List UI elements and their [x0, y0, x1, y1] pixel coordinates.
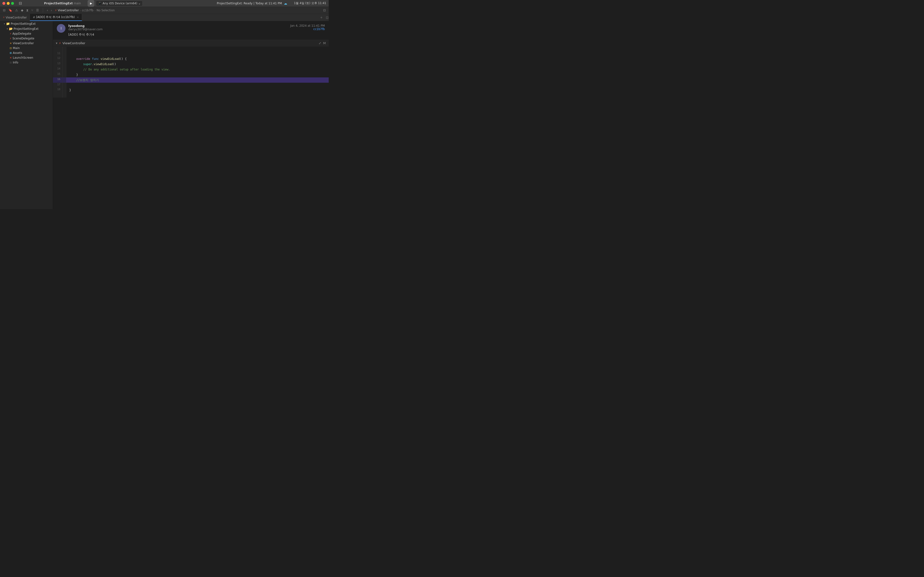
line-number: [53, 47, 63, 52]
sidebar-item-appdelegate[interactable]: ⚡ AppDelegate: [0, 31, 53, 36]
inspector-icon[interactable]: ⊡: [322, 8, 327, 13]
diff-header-actions: ⤢ M: [318, 41, 326, 45]
sidebar-item-viewcontroller[interactable]: ✕ ViewController: [0, 41, 53, 46]
code-line-added: 16 //브랜치 망치기: [53, 77, 329, 83]
line-content: }: [66, 87, 329, 93]
breakpoint-icon[interactable]: ◆: [20, 8, 24, 13]
line-gutter: [63, 72, 66, 77]
sidebar-item-label: Main: [13, 47, 20, 50]
search-icon[interactable]: ☰: [35, 8, 40, 13]
line-content: }: [66, 72, 329, 77]
titlebar: ⊟ ProjectSettingExt main ▶ 📱 Any iOS Dev…: [0, 0, 329, 7]
line-content: override func viewDidLoad() {: [66, 56, 329, 61]
sidebar-item-info[interactable]: ⊟ Info: [0, 60, 53, 65]
expand-icon[interactable]: ⤢: [318, 41, 321, 45]
git-icon[interactable]: ⑂: [30, 8, 34, 13]
code-line: 14 // Do any additional setup after load…: [53, 67, 329, 72]
run-button[interactable]: ▶: [87, 0, 94, 7]
chevron-down-icon: ▾: [4, 23, 5, 25]
sidebar-item-label: ViewController: [13, 42, 34, 45]
info-icon: ⊟: [10, 61, 12, 64]
code-line: 11: [53, 52, 329, 56]
active-tab-label: ViewController: [58, 9, 79, 12]
code-line: 17: [53, 83, 329, 87]
tab-commit-label: [ADD] 주석 추가4 (cc1b7fb): [36, 15, 74, 19]
line-gutter: [63, 77, 66, 83]
commit-header: l lyoodong dwryu3079@naver.com [ADD] 주석 …: [53, 21, 329, 40]
folder-icon: 📂: [9, 27, 13, 31]
fullscreen-button[interactable]: [11, 2, 14, 5]
back-button[interactable]: ‹: [46, 8, 49, 13]
tab-close-icon[interactable]: ×: [77, 16, 79, 19]
minimize-button[interactable]: [7, 2, 10, 5]
time-display: 1월 4일 (토) 오후 11:41: [294, 1, 326, 5]
chevron-down-icon: ⌄: [138, 2, 141, 5]
thread-icon[interactable]: ⧗: [25, 8, 29, 13]
code-line: 18 }: [53, 87, 329, 93]
traffic-lights: [2, 2, 14, 5]
line-number: 18: [53, 87, 63, 93]
chevron-down-icon[interactable]: ▾: [56, 41, 58, 45]
line-content: [66, 52, 329, 56]
line-gutter: [63, 83, 66, 87]
code-line: 15 }: [53, 72, 329, 77]
tab-layout-icon[interactable]: ⊡: [326, 16, 329, 19]
line-number: [53, 93, 63, 98]
commit-date: Jan 4, 2024 at 11:41 PM: [290, 24, 325, 27]
sidebar-item-project[interactable]: ▾ 📂 ProjectSettingExt: [0, 26, 53, 31]
tab-label: ViewController: [6, 16, 27, 19]
status-area: ProjectSettingExt: Ready | Today at 11:4…: [217, 2, 287, 5]
commit-meta: Jan 4, 2024 at 11:41 PM cc1b7fb: [290, 24, 325, 31]
tab-icon: ⚡: [55, 9, 57, 12]
sidebar-item-root[interactable]: ▾ 📁 ProjectSettingExt: [0, 21, 53, 26]
line-gutter: [63, 61, 66, 67]
line-gutter: [63, 56, 66, 61]
sidebar-item-label: Info: [13, 61, 18, 64]
secondary-toolbar: ⊟ 🔖 ⚠ ◆ ⧗ ⑂ ☰ ‹ › ⚡ ViewController › cc1…: [0, 7, 329, 14]
sidebar-item-assets[interactable]: ⊞ Assets: [0, 50, 53, 55]
line-content: super.viewDidLoad(): [66, 61, 329, 67]
commit-hash: cc1b7fb: [290, 27, 325, 31]
sidebar-item-scenedelegate[interactable]: ⚡ SceneDelegate: [0, 36, 53, 41]
warning-icon[interactable]: ⚠: [14, 8, 19, 13]
line-number: 12: [53, 56, 63, 61]
line-content: [66, 47, 329, 52]
swift-file-icon: ⚡: [3, 16, 5, 19]
diff-section-header: ▾ ⚡ ViewController ⤢ M: [53, 40, 329, 47]
assets-icon: ⊞: [10, 52, 12, 55]
line-gutter: [63, 87, 66, 93]
close-button[interactable]: [2, 2, 5, 5]
swift-icon: ⚡: [10, 32, 11, 35]
line-number: 16: [53, 77, 63, 83]
tab-bar: ⚡ ViewController # [ADD] 주석 추가4 (cc1b7fb…: [0, 14, 329, 21]
line-number: 11: [53, 52, 63, 56]
device-selector[interactable]: 📱 Any iOS Device (arm64) ⌄: [96, 0, 143, 6]
main-icon: ⊡: [10, 47, 12, 50]
line-content: //브랜치 망치기: [66, 77, 329, 83]
line-content: // Do any additional setup after loading…: [66, 67, 329, 72]
add-tab-button[interactable]: +: [318, 15, 325, 20]
swift-file-icon: ⚡: [59, 41, 61, 45]
breadcrumb: ⚡ ViewController › cc1b7fb › No Selectio…: [55, 9, 115, 12]
sidebar-item-label: ProjectSettingExt: [11, 22, 36, 26]
folder-icon: 📁: [6, 22, 10, 26]
main-layout: ▾ 📁 ProjectSettingExt ▾ 📂 ProjectSetting…: [0, 21, 329, 209]
sidebar-toggle-icon[interactable]: ⊟: [18, 0, 23, 6]
sidebar-item-label: SceneDelegate: [13, 37, 34, 40]
tab-commit[interactable]: # [ADD] 주석 추가4 (cc1b7fb) ×: [30, 14, 82, 21]
navigator-icon[interactable]: ⊟: [2, 8, 6, 13]
sidebar-item-label: Assets: [13, 51, 22, 55]
diff-area[interactable]: ▾ ⚡ ViewController ⤢ M 11: [53, 40, 329, 209]
author-initial: M: [323, 41, 326, 45]
tab-viewcontroller[interactable]: ⚡ ViewController: [0, 14, 30, 21]
sidebar-item-launchscreen[interactable]: ✕ LaunchScreen: [0, 55, 53, 60]
line-number: 17: [53, 83, 63, 87]
line-number: 14: [53, 67, 63, 72]
forward-button[interactable]: ›: [50, 8, 53, 13]
sidebar-item-main[interactable]: ⊡ Main: [0, 46, 53, 50]
bookmark-icon[interactable]: 🔖: [8, 8, 13, 13]
sidebar: ▾ 📁 ProjectSettingExt ▾ 📂 ProjectSetting…: [0, 21, 53, 209]
code-line: [53, 93, 329, 98]
breadcrumb-selection: No Selection: [97, 9, 115, 12]
device-label: Any iOS Device (arm64): [102, 2, 137, 5]
